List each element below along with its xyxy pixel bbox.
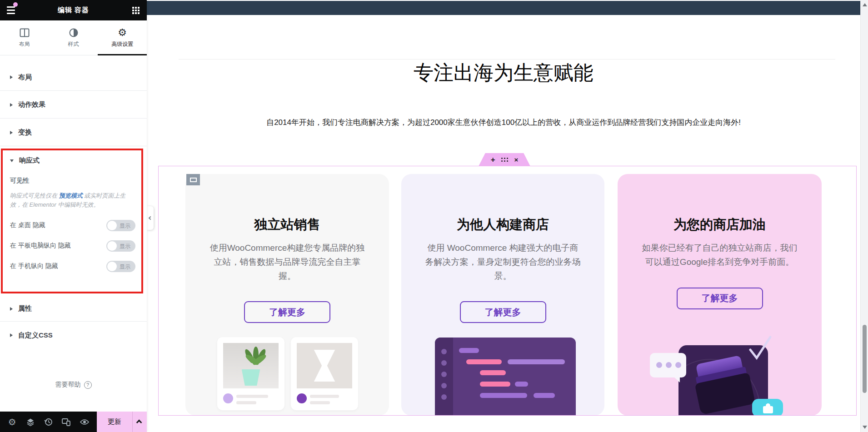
caret-right-icon (10, 75, 13, 79)
hide-on-mobile-toggle[interactable]: 显示 (106, 261, 135, 272)
plant-photo (223, 343, 279, 388)
code-editor-illustration (435, 338, 576, 416)
section-transform[interactable]: 变换 (0, 119, 147, 146)
visibility-label: 可见性 (0, 165, 147, 185)
section-responsive-header[interactable]: 响应式 (0, 149, 147, 165)
checkmark-icon (748, 335, 772, 362)
history-icon[interactable] (42, 416, 54, 428)
elementor-panel: 编辑 容器 布局 样式 ⚙ 高级设置 布局 动作效果 变换 (0, 0, 147, 432)
panel-header: 编辑 容器 (0, 0, 147, 20)
tab-layout[interactable]: 布局 (0, 20, 49, 55)
chevron-left-icon (148, 216, 152, 220)
chat-bubble-icon (650, 353, 686, 377)
toggle-knob (107, 241, 117, 251)
responsive-mode-icon[interactable] (60, 416, 72, 428)
avatar (223, 393, 233, 403)
notification-dot (13, 2, 18, 7)
panel-footer: ⚙ 更新 (0, 412, 147, 432)
widgets-grid-icon[interactable] (125, 0, 147, 20)
container-glyph-icon (190, 178, 197, 182)
section-custom-css[interactable]: 自定义CSS (0, 322, 147, 349)
container-handle: + × (479, 153, 530, 166)
hide-on-tablet-row: 在 平板电脑纵向 隐藏 显示 (10, 240, 135, 252)
caret-right-icon (10, 307, 13, 311)
section-attributes[interactable]: 属性 (0, 296, 147, 322)
update-button[interactable]: 更新 (97, 412, 132, 432)
avatar (297, 393, 307, 403)
tab-label: 样式 (68, 40, 79, 48)
hero-subtitle[interactable]: 自2014年开始，我们专注电商解决方案，为超过2000家生意伙伴创造100亿以上… (147, 117, 860, 128)
card-title: 为您的商店加油 (618, 216, 822, 234)
hide-on-desktop-toggle[interactable]: 显示 (106, 220, 135, 231)
update-options-chevron[interactable] (132, 412, 147, 432)
placeholder-photo (297, 343, 352, 388)
learn-more-button[interactable]: 了解更多 (677, 288, 763, 309)
section-layout[interactable]: 布局 (0, 64, 147, 91)
panel-title: 编辑 容器 (22, 6, 125, 15)
preview-eye-icon[interactable] (79, 416, 90, 428)
learn-more-button[interactable]: 了解更多 (244, 301, 330, 323)
drag-handle-icon[interactable] (501, 158, 509, 162)
settings-gear-icon[interactable]: ⚙ (6, 416, 18, 428)
card-body: 使用WooCommerce构建您专属品牌的独立站，销售数据与品牌导流完全自主掌握… (208, 241, 366, 283)
card-body: 使用 WooCommerce 构建强大的电子商务解决方案，量身定制更符合您的业务… (424, 241, 582, 283)
panel-collapse-handle[interactable] (147, 206, 154, 230)
learn-more-button[interactable]: 了解更多 (460, 301, 546, 323)
columns-icon (20, 27, 30, 38)
tab-label: 布局 (19, 40, 30, 48)
card-title: 为他人构建商店 (401, 216, 604, 234)
responsive-note: 响应式可见性仅在 预览模式 或实时页面上生效，在 Elementor 中编辑时无… (0, 185, 147, 209)
chevron-up-icon (136, 420, 142, 426)
help-icon: ? (84, 381, 92, 389)
caret-right-icon (10, 131, 13, 134)
card-body: 如果你已经有了自己的独立站商店，我们可以通过Google排名到竞争对手前面。 (641, 241, 799, 269)
need-help-link[interactable]: 需要帮助 ? (0, 381, 147, 389)
feature-card-sell[interactable]: 独立站销售 使用WooCommerce构建您专属品牌的独立站，销售数据与品牌导流… (185, 174, 389, 416)
caret-right-icon (10, 333, 13, 337)
scroll-up-arrow[interactable] (863, 3, 867, 6)
menu-icon[interactable] (0, 0, 22, 20)
product-card-illustration (291, 337, 358, 410)
tab-advanced[interactable]: ⚙ 高级设置 (98, 20, 147, 55)
card-title: 独立站销售 (185, 216, 389, 234)
section-motion-effects[interactable]: 动作效果 (0, 91, 147, 119)
section-responsive: 响应式 可见性 响应式可见性仅在 预览模式 或实时页面上生效，在 Element… (0, 149, 147, 293)
hide-on-tablet-toggle[interactable]: 显示 (106, 240, 135, 252)
contrast-icon (69, 27, 78, 38)
toggle-knob (107, 262, 117, 271)
caret-down-icon (10, 159, 14, 162)
feature-card-boost[interactable]: 为您的商店加油 如果你已经有了自己的独立站商店，我们可以通过Google排名到竞… (618, 174, 822, 416)
add-container-icon[interactable]: + (491, 155, 495, 164)
hide-on-mobile-row: 在 手机纵向 隐藏 显示 (10, 260, 135, 272)
puzzle-icon (752, 399, 783, 416)
page-top-bar (147, 1, 860, 15)
canvas-scrollbar[interactable] (860, 0, 868, 432)
preview-mode-link[interactable]: 预览模式 (59, 192, 83, 199)
scrollbar-thumb[interactable] (863, 325, 867, 393)
gear-icon: ⚙ (118, 27, 127, 38)
toggle-knob (107, 221, 117, 230)
delete-container-icon[interactable]: × (514, 156, 519, 164)
panel-tabs: 布局 样式 ⚙ 高级设置 (0, 20, 147, 55)
hero-heading[interactable]: 专注出海为生意赋能 (147, 60, 860, 86)
editor-canvas: 专注出海为生意赋能 自2014年开始，我们专注电商解决方案，为超过2000家生意… (147, 0, 868, 432)
product-card-illustration (217, 337, 284, 410)
tab-label: 高级设置 (111, 40, 133, 48)
hide-on-desktop-row: 在 桌面 隐藏 显示 (10, 219, 135, 231)
feature-card-build[interactable]: 为他人构建商店 使用 WooCommerce 构建强大的电子商务解决方案，量身定… (401, 174, 604, 416)
navigator-layers-icon[interactable] (25, 416, 36, 428)
caret-right-icon (10, 103, 13, 107)
container-type-badge[interactable] (186, 174, 200, 185)
footer-toolbar: ⚙ (0, 412, 97, 432)
tab-style[interactable]: 样式 (49, 20, 98, 55)
scroll-down-arrow[interactable] (863, 426, 867, 429)
